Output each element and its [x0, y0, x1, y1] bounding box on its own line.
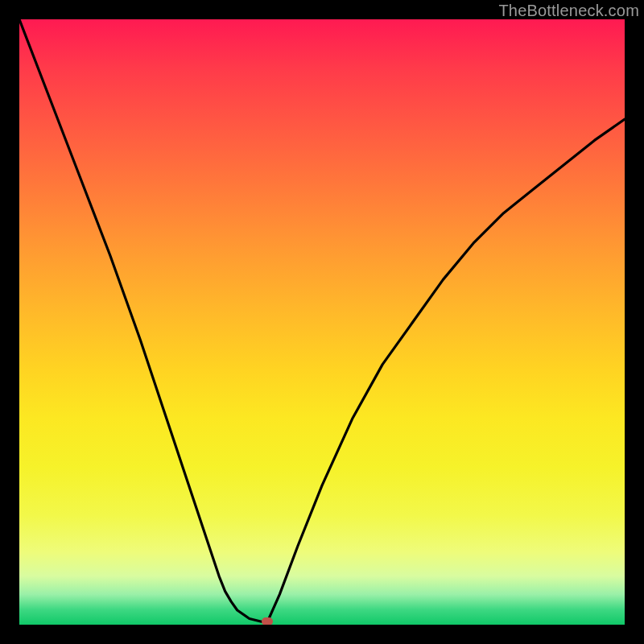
chart-frame: TheBottleneck.com — [0, 0, 644, 644]
plot-area — [19, 19, 625, 625]
curve-svg — [19, 19, 625, 625]
curve-group — [19, 19, 625, 621]
left-curve-path — [19, 19, 267, 621]
right-curve-path — [267, 119, 625, 621]
watermark-text: TheBottleneck.com — [498, 2, 639, 20]
bottleneck-marker — [262, 617, 273, 625]
